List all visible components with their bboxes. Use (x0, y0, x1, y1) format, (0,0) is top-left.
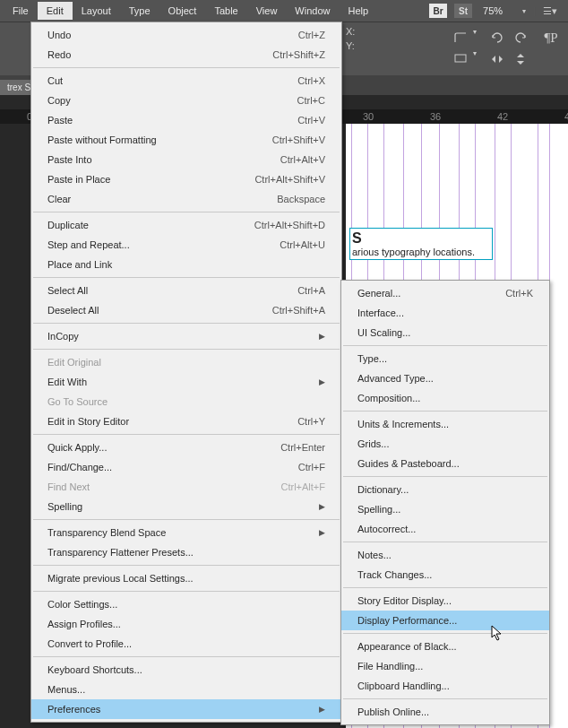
menu-item-story-editor-display[interactable]: Story Editor Display... (341, 591, 549, 611)
stock-badge[interactable]: St (454, 4, 472, 18)
menu-item-grids[interactable]: Grids... (341, 434, 549, 454)
preferences-submenu: General...Ctrl+KInterface...UI Scaling..… (340, 280, 550, 725)
menu-item-redo[interactable]: RedoCtrl+Shift+Z (31, 45, 341, 65)
flip-h-icon[interactable] (487, 49, 507, 69)
menu-item-file-handling[interactable]: File Handling... (341, 656, 549, 676)
menubar: FileEditLayoutTypeObjectTableViewWindowH… (0, 0, 568, 22)
heading-fragment: S (352, 230, 490, 247)
menu-item-dictionary[interactable]: Dictionary... (341, 480, 549, 499)
menu-item-paste-in-place[interactable]: Paste in PlaceCtrl+Alt+Shift+V (31, 169, 341, 189)
menu-item-transparency-flattener-presets[interactable]: Transparency Flattener Presets... (31, 542, 341, 562)
menu-shortcut: Ctrl+C (297, 95, 325, 106)
menu-shortcut: Ctrl+K (505, 288, 533, 299)
menu-item-display-performance[interactable]: Display Performance... (341, 611, 549, 630)
menu-item-duplicate[interactable]: DuplicateCtrl+Alt+Shift+D (31, 215, 341, 235)
y-label: Y: (346, 40, 355, 51)
menu-item-deselect-all[interactable]: Deselect AllCtrl+Shift+A (31, 300, 341, 320)
zoom-select[interactable]: 75% (479, 4, 517, 18)
menu-item-find-change[interactable]: Find/Change...Ctrl+F (31, 457, 341, 477)
menu-object[interactable]: Object (159, 2, 206, 20)
menu-shortcut: Ctrl+Alt+Shift+D (254, 220, 325, 230)
menu-item-convert-to-profile[interactable]: Convert to Profile... (31, 634, 341, 654)
menu-item-publish-online[interactable]: Publish Online... (341, 702, 549, 722)
corner-type-icon[interactable] (452, 28, 471, 48)
menu-item-label: Copy (47, 95, 297, 106)
menu-separator (33, 565, 340, 566)
menu-separator (33, 67, 340, 68)
text-frame[interactable]: S arious typography locations. (349, 228, 493, 260)
menu-item-label: Notes... (357, 550, 533, 560)
menu-item-label: Select All (47, 285, 297, 296)
menu-window[interactable]: Window (286, 2, 339, 20)
menu-item-select-all[interactable]: Select AllCtrl+A (31, 281, 341, 300)
menu-item-paste-into[interactable]: Paste IntoCtrl+Alt+V (31, 150, 341, 169)
menu-item-spelling[interactable]: Spelling▶ (31, 497, 341, 516)
menu-separator (33, 591, 340, 592)
menu-item-edit-in-story-editor[interactable]: Edit in Story EditorCtrl+Y (31, 412, 341, 431)
menu-item-label: Deselect All (47, 305, 272, 316)
menu-item-step-and-repeat[interactable]: Step and Repeat...Ctrl+Alt+U (31, 235, 341, 255)
menu-file[interactable]: File (4, 2, 38, 20)
menu-item-go-to-source: Go To Source (31, 392, 341, 412)
menu-item-guides-pasteboard[interactable]: Guides & Pasteboard... (341, 454, 549, 473)
menu-item-composition[interactable]: Composition... (341, 388, 549, 408)
menu-item-menus[interactable]: Menus... (31, 680, 341, 699)
menu-item-label: Convert to Profile... (47, 638, 325, 649)
menu-item-track-changes[interactable]: Track Changes... (341, 565, 549, 585)
menu-item-appearance-of-black[interactable]: Appearance of Black... (341, 637, 549, 656)
menu-item-label: UI Scaling... (357, 327, 533, 338)
menu-item-interface[interactable]: Interface... (341, 303, 549, 323)
menu-item-notes[interactable]: Notes... (341, 545, 549, 565)
menu-item-clipboard-handling[interactable]: Clipboard Handling... (341, 676, 549, 696)
menu-item-spelling[interactable]: Spelling... (341, 499, 549, 519)
menu-type[interactable]: Type (120, 2, 159, 20)
menu-item-label: Redo (47, 49, 272, 60)
body-fragment: arious typography locations. (352, 247, 490, 257)
menu-item-ui-scaling[interactable]: UI Scaling... (341, 323, 549, 342)
rotate-ccw-icon[interactable] (487, 28, 507, 48)
flip-v-icon[interactable] (511, 49, 530, 69)
menu-item-label: Track Changes... (357, 569, 533, 580)
menu-item-paste-without-formatting[interactable]: Paste without FormattingCtrl+Shift+V (31, 130, 341, 150)
menu-item-paste[interactable]: PasteCtrl+V (31, 110, 341, 130)
menu-separator (343, 411, 547, 412)
menu-item-autocorrect[interactable]: Autocorrect... (341, 519, 549, 539)
menu-item-edit-with[interactable]: Edit With▶ (31, 372, 341, 392)
menu-item-type[interactable]: Type... (341, 349, 549, 368)
menu-item-quick-apply[interactable]: Quick Apply...Ctrl+Enter (31, 438, 341, 457)
menu-item-label: Edit Original (47, 357, 325, 368)
menu-item-general[interactable]: General...Ctrl+K (341, 283, 549, 303)
menu-item-copy[interactable]: CopyCtrl+C (31, 91, 341, 110)
menu-separator (343, 698, 547, 699)
menu-item-transparency-blend-space[interactable]: Transparency Blend Space▶ (31, 523, 341, 542)
menu-table[interactable]: Table (205, 2, 246, 20)
menu-item-place-and-link[interactable]: Place and Link (31, 255, 341, 274)
bridge-badge[interactable]: Br (429, 4, 447, 18)
menu-item-advanced-type[interactable]: Advanced Type... (341, 368, 549, 388)
menu-item-migrate-previous-local-settings[interactable]: Migrate previous Local Settings... (31, 568, 341, 588)
menu-separator (343, 587, 547, 588)
corner-rect-icon[interactable] (452, 49, 471, 69)
menu-item-units-increments[interactable]: Units & Increments... (341, 414, 549, 434)
paragraph-style-icon[interactable]: ¶P (541, 28, 561, 48)
menu-item-label: Type... (357, 353, 533, 364)
rotate-cw-icon[interactable] (511, 28, 530, 48)
menu-item-assign-profiles[interactable]: Assign Profiles... (31, 614, 341, 634)
svg-rect-0 (455, 55, 466, 62)
menu-edit[interactable]: Edit (38, 2, 73, 20)
menu-item-incopy[interactable]: InCopy▶ (31, 326, 341, 346)
menu-help[interactable]: Help (339, 2, 377, 20)
menu-item-preferences[interactable]: Preferences▶ (31, 699, 341, 719)
menu-item-clear[interactable]: ClearBackspace (31, 189, 341, 209)
menu-item-undo[interactable]: UndoCtrl+Z (31, 25, 341, 45)
menu-item-color-settings[interactable]: Color Settings... (31, 594, 341, 614)
menu-item-cut[interactable]: CutCtrl+X (31, 71, 341, 91)
view-options-icon[interactable]: ☰▾ (543, 5, 557, 17)
menu-view[interactable]: View (247, 2, 287, 20)
chevron-down-icon[interactable]: ▾ (473, 28, 477, 48)
submenu-arrow-icon: ▶ (319, 528, 325, 537)
chevron-down-icon[interactable]: ▾ (473, 49, 477, 69)
menu-layout[interactable]: Layout (73, 2, 120, 20)
menu-item-keyboard-shortcuts[interactable]: Keyboard Shortcuts... (31, 660, 341, 680)
menu-shortcut: Ctrl+V (297, 115, 325, 126)
